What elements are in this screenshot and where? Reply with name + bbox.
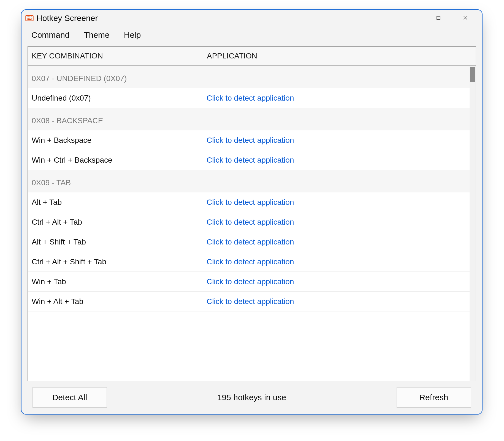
scrollbar-thumb[interactable] xyxy=(470,67,475,82)
svg-rect-7 xyxy=(29,18,30,19)
bottom-bar: Detect All 195 hotkeys in use Refresh xyxy=(21,381,482,414)
menu-help[interactable]: Help xyxy=(122,29,143,41)
detect-application-link[interactable]: Click to detect application xyxy=(203,277,470,286)
key-combination-cell: Alt + Tab xyxy=(28,198,203,207)
svg-rect-8 xyxy=(31,18,32,19)
refresh-button[interactable]: Refresh xyxy=(397,387,471,408)
table-body: 0X07 - UNDEFINED (0X07)Undefined (0x07)C… xyxy=(28,66,476,381)
table-row: Win + Ctrl + BackspaceClick to detect ap… xyxy=(28,150,470,170)
key-combination-cell: Win + Ctrl + Backspace xyxy=(28,156,203,165)
app-window: Hotkey Screener xyxy=(21,9,483,415)
maximize-button[interactable] xyxy=(425,11,452,25)
hotkey-table: KEY COMBINATION APPLICATION 0X07 - UNDEF… xyxy=(28,46,476,381)
group-header: 0X07 - UNDEFINED (0X07) xyxy=(28,66,470,88)
menu-command[interactable]: Command xyxy=(30,29,71,41)
close-icon xyxy=(463,15,468,21)
app-title: Hotkey Screener xyxy=(36,14,98,23)
keyboard-icon xyxy=(25,14,34,22)
key-combination-cell: Undefined (0x07) xyxy=(28,94,203,103)
minimize-button[interactable] xyxy=(398,11,425,25)
status-text: 195 hotkeys in use xyxy=(217,393,286,402)
key-combination-cell: Alt + Shift + Tab xyxy=(28,238,203,246)
detect-application-link[interactable]: Click to detect application xyxy=(203,156,470,165)
table-row: Win + Alt + TabClick to detect applicati… xyxy=(28,292,470,311)
table-row: Alt + Shift + TabClick to detect applica… xyxy=(28,232,470,252)
detect-application-link[interactable]: Click to detect application xyxy=(203,94,470,103)
svg-rect-6 xyxy=(28,18,29,19)
svg-rect-1 xyxy=(27,17,28,17)
svg-rect-2 xyxy=(28,17,29,17)
minimize-icon xyxy=(409,15,414,21)
key-combination-cell: Win + Tab xyxy=(28,277,203,286)
column-header-key[interactable]: KEY COMBINATION xyxy=(28,47,203,65)
close-button[interactable] xyxy=(452,11,479,25)
detect-application-link[interactable]: Click to detect application xyxy=(203,136,470,145)
table-header-row: KEY COMBINATION APPLICATION xyxy=(28,47,476,66)
menu-theme[interactable]: Theme xyxy=(82,29,111,41)
svg-rect-5 xyxy=(27,18,28,19)
detect-application-link[interactable]: Click to detect application xyxy=(203,257,470,266)
detect-application-link[interactable]: Click to detect application xyxy=(203,297,470,306)
window-controls xyxy=(398,11,479,25)
column-header-application[interactable]: APPLICATION xyxy=(203,47,476,65)
menu-bar: Command Theme Help xyxy=(21,26,482,46)
key-combination-cell: Ctrl + Alt + Shift + Tab xyxy=(28,257,203,266)
maximize-icon xyxy=(436,15,441,21)
svg-rect-3 xyxy=(29,17,30,17)
table-row: Ctrl + Alt + Shift + TabClick to detect … xyxy=(28,252,470,272)
svg-rect-4 xyxy=(31,17,32,17)
detect-application-link[interactable]: Click to detect application xyxy=(203,238,470,246)
table-row: Ctrl + Alt + TabClick to detect applicat… xyxy=(28,212,470,232)
svg-rect-11 xyxy=(437,16,440,20)
detect-application-link[interactable]: Click to detect application xyxy=(203,218,470,227)
svg-rect-9 xyxy=(28,19,32,20)
group-header: 0X09 - TAB xyxy=(28,170,470,192)
table-row: Win + TabClick to detect application xyxy=(28,272,470,292)
group-header: 0X08 - BACKSPACE xyxy=(28,108,470,130)
detect-application-link[interactable]: Click to detect application xyxy=(203,198,470,207)
table-row: Alt + TabClick to detect application xyxy=(28,192,470,212)
table-row: Win + BackspaceClick to detect applicati… xyxy=(28,130,470,150)
key-combination-cell: Win + Alt + Tab xyxy=(28,297,203,306)
table-row: Undefined (0x07)Click to detect applicat… xyxy=(28,88,470,108)
key-combination-cell: Ctrl + Alt + Tab xyxy=(28,218,203,227)
scrollbar-track[interactable] xyxy=(470,66,476,381)
title-bar: Hotkey Screener xyxy=(21,10,482,26)
key-combination-cell: Win + Backspace xyxy=(28,136,203,145)
detect-all-button[interactable]: Detect All xyxy=(32,387,107,408)
